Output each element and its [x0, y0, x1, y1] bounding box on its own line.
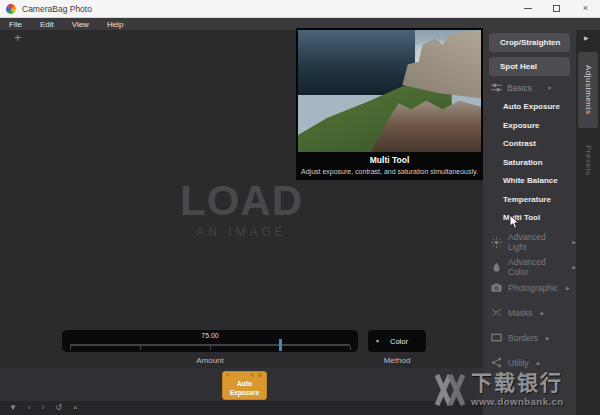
status-bar: ▼ ‹ › ↺ × [0, 401, 483, 415]
load-subtitle: AN IMAGE [0, 225, 483, 239]
load-placeholder: LOAD AN IMAGE [0, 180, 483, 239]
menu-help[interactable]: Help [98, 20, 132, 29]
tick-mark [140, 346, 141, 350]
camerabag-window: CameraBag Photo × File Edit View Help + … [0, 0, 600, 415]
share-icon [491, 357, 502, 368]
tile-label-line1: Auto [223, 379, 266, 388]
amount-slider-track[interactable] [70, 344, 350, 346]
sidebar-item-saturation[interactable]: Saturation [503, 156, 573, 169]
tab-adjustments[interactable]: Adjustments [578, 52, 598, 128]
caret-down-icon: ▼ [547, 85, 552, 91]
window-title: CameraBag Photo [22, 4, 92, 14]
camera-icon [491, 282, 502, 293]
section-label: Utility [508, 358, 529, 368]
tab-presets-label: Presets [584, 145, 593, 176]
mask-icon [491, 307, 502, 318]
section-label: Advanced Light [508, 232, 564, 252]
amount-label: Amount [62, 356, 358, 365]
spot-heal-button[interactable]: Spot Heal [489, 57, 570, 76]
preview-description: Adjust exposure, contrast, and saturatio… [296, 168, 483, 175]
sidebar-item-white-balance[interactable]: White Balance [503, 174, 573, 187]
caret-right-icon: ▶ [566, 285, 570, 291]
minimize-button[interactable] [513, 0, 542, 17]
amount-slider[interactable]: 75.00 [62, 330, 358, 352]
load-title: LOAD [0, 180, 483, 222]
downbank-logo-icon [434, 372, 466, 408]
side-tab-strip: ▶ Adjustments Presets [576, 30, 600, 415]
caret-right-icon: ▶ [546, 335, 550, 341]
amount-slider-handle[interactable] [279, 339, 282, 351]
preview-title: Multi Tool [296, 155, 483, 165]
close-icon: × [583, 4, 588, 13]
reset-icon[interactable]: ↺ [55, 404, 62, 412]
sun-icon [491, 237, 502, 248]
auto-exposure-tile[interactable]: × ✎ ⚙ Auto Exposure [222, 371, 267, 400]
sidebar-item-exposure[interactable]: Exposure [503, 119, 573, 132]
maximize-icon [553, 5, 560, 12]
watermark: 下载银行 www.downbank.cn [434, 372, 564, 408]
caret-right-icon: ▶ [541, 310, 545, 316]
method-dropdown[interactable]: ▼ Color [368, 330, 426, 352]
menu-edit[interactable]: Edit [31, 20, 63, 29]
section-utility[interactable]: Utility ▶ [491, 357, 541, 368]
tick-mark [70, 346, 71, 350]
thumbnails-toggle-icon[interactable]: ▼ [9, 404, 17, 412]
section-borders[interactable]: Borders ▶ [491, 332, 550, 343]
amount-value: 75.00 [62, 332, 358, 339]
droplet-icon [491, 262, 502, 273]
caret-right-icon: ▶ [537, 360, 541, 366]
watermark-url: www.downbank.cn [471, 396, 564, 407]
sidebar-item-temperature[interactable]: Temperature [503, 193, 573, 206]
camerabag-logo-icon [6, 4, 16, 14]
border-icon [491, 332, 502, 343]
section-masks[interactable]: Masks ▶ [491, 307, 544, 318]
tune-icon [491, 82, 502, 93]
photo-ocean [298, 30, 415, 95]
section-label: Borders [508, 333, 538, 343]
menu-view[interactable]: View [63, 20, 98, 29]
section-photographic[interactable]: Photographic ▶ [491, 282, 570, 293]
section-label: Masks [508, 308, 533, 318]
tile-label: Auto Exposure [223, 379, 266, 398]
tick-mark [210, 346, 211, 350]
tab-adjustments-label: Adjustments [584, 65, 593, 115]
section-advanced-light[interactable]: Advanced Light ▶ [491, 232, 576, 252]
add-image-button[interactable]: + [14, 31, 22, 44]
crop-straighten-button[interactable]: Crop/Straighten [489, 33, 570, 52]
tile-edit-gear-icons[interactable]: ✎ ⚙ [250, 373, 263, 378]
adjustments-panel: Crop/Straighten Spot Heal Basics ▼ Auto … [483, 30, 576, 415]
method-label: Method [368, 356, 426, 365]
section-advanced-color[interactable]: Advanced Color ▶ [491, 257, 576, 277]
tool-preview-card: Multi Tool Adjust exposure, contrast, an… [296, 28, 483, 180]
window-controls: × [513, 0, 600, 17]
previous-icon[interactable]: ‹ [28, 404, 31, 412]
minimize-icon [524, 8, 532, 9]
section-label: Photographic [508, 283, 558, 293]
sidebar-item-auto-exposure[interactable]: Auto Exposure [503, 100, 573, 113]
watermark-name: 下载银行 [471, 372, 564, 393]
basics-label: Basics [507, 83, 532, 93]
menu-file[interactable]: File [0, 20, 31, 29]
tile-label-line2: Exposure [223, 388, 266, 397]
tick-mark [350, 346, 351, 350]
basics-group-header[interactable]: Basics ▼ [491, 82, 552, 93]
tab-presets[interactable]: Presets [578, 134, 598, 186]
close-button[interactable]: × [571, 0, 600, 17]
preview-photo [298, 30, 481, 152]
collapse-panel-icon[interactable]: ▶ [584, 34, 589, 41]
maximize-button[interactable] [542, 0, 571, 17]
next-icon[interactable]: › [42, 404, 45, 412]
mouse-cursor-icon [509, 214, 520, 234]
close-adjustment-icon[interactable]: × [73, 404, 78, 412]
sidebar-item-contrast[interactable]: Contrast [503, 137, 573, 150]
title-bar: CameraBag Photo × [0, 0, 600, 18]
section-label: Advanced Color [508, 257, 564, 277]
tile-close-icon[interactable]: × [226, 373, 229, 378]
method-value: Color [380, 337, 418, 346]
